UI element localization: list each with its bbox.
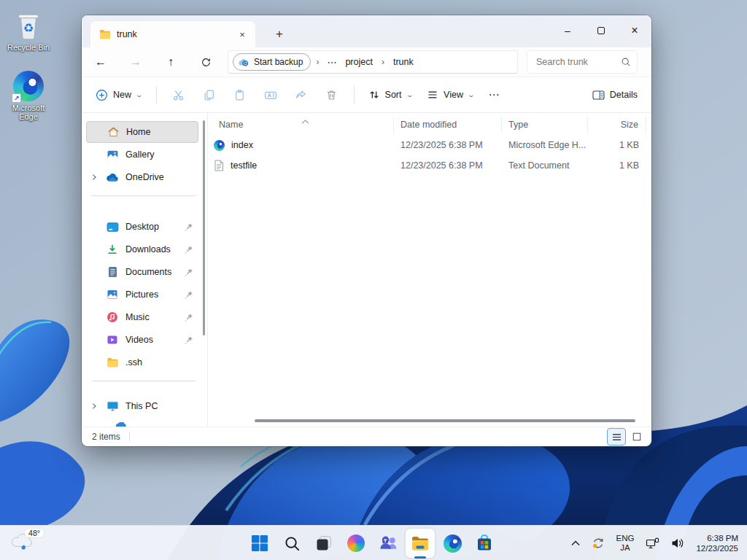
rename-button[interactable]	[256, 82, 285, 108]
start-backup-button[interactable]: Start backup	[233, 53, 311, 71]
refresh-button[interactable]	[193, 50, 219, 74]
chevron-down-icon: ⌄	[406, 91, 414, 98]
copy-button[interactable]	[195, 82, 224, 108]
column-header-size[interactable]: Size	[588, 117, 646, 133]
teams-button[interactable]	[374, 529, 403, 558]
tab-trunk[interactable]: trunk ×	[90, 21, 255, 47]
share-button[interactable]	[287, 82, 316, 108]
details-pane-icon	[592, 90, 605, 101]
file-row-testfile[interactable]: testfile 12/23/2025 6:38 PM Text Documen…	[208, 155, 651, 176]
column-headers: Name Date modified Type Size	[208, 114, 651, 135]
paste-button[interactable]	[225, 82, 255, 108]
view-label: View	[444, 90, 463, 100]
minimize-button[interactable]: –	[551, 15, 584, 46]
breadcrumb-overflow-button[interactable]: ⋯	[324, 57, 340, 68]
search-placeholder: Search trunk	[536, 57, 616, 67]
forward-button[interactable]: →	[123, 50, 149, 74]
clock[interactable]: 6:38 PM 12/23/2025	[691, 529, 744, 558]
taskbar-search-button[interactable]	[277, 529, 306, 558]
details-view-toggle[interactable]	[608, 429, 625, 445]
file-size: 1 KB	[588, 140, 646, 150]
horizontal-scrollbar[interactable]	[255, 419, 635, 422]
sidebar-item-ssh[interactable]: .ssh	[86, 351, 198, 373]
edge-button[interactable]	[438, 529, 467, 558]
language-line1: ENG	[616, 534, 635, 543]
task-view-button[interactable]	[309, 529, 338, 558]
column-header-date-modified[interactable]: Date modified	[394, 117, 502, 133]
view-button[interactable]: View ⌄	[420, 82, 480, 108]
sidebar-item-label: Home	[126, 127, 198, 137]
column-header-name[interactable]: Name	[208, 117, 394, 133]
sidebar-item-gallery[interactable]: Gallery	[86, 144, 198, 166]
pin-icon	[184, 268, 194, 277]
music-icon	[106, 311, 119, 324]
details-label: Details	[610, 90, 638, 100]
back-button[interactable]: ←	[88, 50, 114, 74]
sidebar-item-desktop[interactable]: Desktop	[86, 216, 198, 238]
large-icons-view-toggle[interactable]	[628, 429, 646, 445]
breadcrumb-chevron-icon: ›	[312, 57, 322, 67]
weather-widget[interactable]: 48°	[6, 526, 47, 560]
sidebar-item-pictures[interactable]: Pictures	[86, 284, 198, 306]
network-button[interactable]	[640, 529, 665, 558]
new-tab-button[interactable]: +	[268, 24, 290, 44]
cut-button[interactable]	[164, 82, 193, 108]
file-row-index[interactable]: index 12/23/2025 6:38 PM Microsoft Edge …	[208, 135, 651, 155]
new-plus-icon	[96, 89, 108, 101]
file-explorer-icon	[411, 534, 430, 552]
search-box[interactable]: Search trunk	[527, 50, 638, 74]
pin-icon	[184, 245, 194, 254]
column-header-type[interactable]: Type	[502, 117, 588, 133]
sidebar-item-label: Gallery	[125, 149, 198, 160]
address-bar[interactable]: Start backup › ⋯ project › trunk	[228, 50, 518, 74]
microsoft-store-button[interactable]	[470, 529, 499, 558]
breadcrumb-trunk[interactable]: trunk	[390, 55, 417, 69]
see-more-button[interactable]: ⋯	[481, 82, 506, 108]
expand-chevron-icon[interactable]	[89, 401, 99, 411]
tab-title: trunk	[117, 29, 229, 39]
up-button[interactable]: ↑	[158, 50, 184, 74]
sidebar-item-music[interactable]: Music	[86, 306, 198, 328]
start-button[interactable]	[245, 529, 274, 558]
sidebar-item-downloads[interactable]: Downloads	[86, 238, 198, 260]
tab-close-icon[interactable]: ×	[235, 27, 249, 42]
desktop-icon-edge[interactable]: ↗ Microsoft Edge	[4, 71, 53, 121]
expand-chevron-icon[interactable]	[89, 172, 99, 182]
sort-label: Sort	[385, 90, 402, 100]
sidebar-item-documents[interactable]: Documents	[86, 261, 198, 283]
sidebar-item-videos[interactable]: Videos	[86, 329, 198, 351]
file-explorer-button[interactable]	[406, 529, 435, 558]
toolbar-divider	[156, 86, 157, 104]
start-backup-label: Start backup	[254, 57, 303, 67]
sidebar-item-this-pc[interactable]: This PC	[86, 395, 198, 417]
new-button[interactable]: New ⌄	[89, 82, 149, 108]
sidebar-item-onedrive[interactable]: OneDrive	[86, 166, 198, 188]
file-explorer-window: trunk × + – × ← → ↑	[82, 15, 651, 446]
sidebar-item-home[interactable]: Home	[86, 121, 198, 143]
sidebar-scrollbar[interactable]	[203, 120, 205, 335]
search-icon	[284, 535, 301, 552]
desktop-icon-recycle-bin[interactable]: ♻ Recycle Bin	[4, 10, 53, 52]
chevron-up-icon	[571, 540, 580, 546]
this-pc-icon	[106, 400, 119, 413]
close-button[interactable]: ×	[618, 15, 651, 46]
hidden-icons-button[interactable]	[566, 529, 585, 558]
toolbar-divider	[354, 86, 355, 104]
sidebar-item-partial	[115, 422, 127, 427]
volume-button[interactable]	[666, 529, 689, 558]
sort-button[interactable]: Sort ⌄	[362, 82, 419, 108]
breadcrumb-project[interactable]: project	[341, 55, 376, 69]
window-controls: – ×	[551, 15, 651, 46]
maximize-button[interactable]	[584, 15, 618, 46]
details-button[interactable]: Details	[586, 82, 644, 108]
sync-status-button[interactable]	[587, 529, 610, 558]
delete-button[interactable]	[317, 82, 347, 108]
copilot-button[interactable]	[341, 529, 371, 558]
ethernet-network-icon	[646, 537, 659, 550]
sync-pending-icon	[592, 537, 605, 550]
language-indicator[interactable]: ENG JA	[611, 529, 640, 558]
sidebar-item-label: Desktop	[125, 222, 177, 232]
file-list-pane: Name Date modified Type Size index 12/23…	[207, 113, 651, 427]
file-type: Microsoft Edge H...	[502, 140, 588, 150]
file-size: 1 KB	[588, 160, 646, 171]
